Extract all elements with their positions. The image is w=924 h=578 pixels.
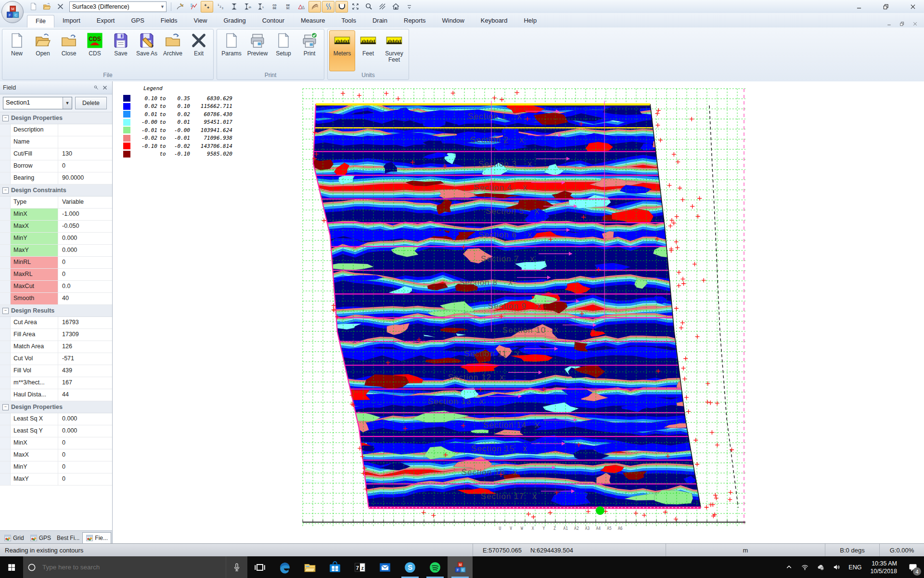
- property-value[interactable]: -1.000: [58, 209, 112, 220]
- wifi-button[interactable]: [797, 556, 813, 578]
- delete-button[interactable]: Delete: [75, 97, 107, 109]
- print-button[interactable]: Print: [296, 30, 322, 71]
- close-button[interactable]: [906, 2, 920, 12]
- clock[interactable]: 10:35 AM 10/5/2018: [865, 560, 902, 575]
- document-selector[interactable]: Surface3 (Difference)▼: [69, 1, 167, 12]
- child-minimize-button[interactable]: [885, 19, 893, 26]
- language-indicator[interactable]: ENG: [845, 564, 865, 571]
- cds-app-taskbar-button[interactable]: MFC: [448, 556, 473, 578]
- volumes-cup-button[interactable]: [335, 1, 348, 13]
- save-as-button[interactable]: Save As: [134, 30, 160, 71]
- property-value[interactable]: 0.000: [58, 425, 112, 437]
- task-view-button[interactable]: [247, 556, 272, 578]
- property-value[interactable]: [58, 136, 112, 148]
- sevenzip-taskbar-button[interactable]: 7z: [347, 556, 372, 578]
- property-value[interactable]: 0.000: [58, 413, 112, 425]
- spotify-taskbar-button[interactable]: [423, 556, 448, 578]
- contours-button[interactable]: [308, 1, 321, 13]
- toolbar-overflow-button[interactable]: [403, 1, 415, 13]
- property-section-header[interactable]: −Design Constraints: [0, 184, 112, 197]
- cds-button[interactable]: CDSCDS: [82, 30, 108, 71]
- mail-taskbar-button[interactable]: [372, 556, 398, 578]
- property-value[interactable]: 0: [58, 473, 112, 485]
- params-button[interactable]: Params: [218, 30, 244, 71]
- action-center-button[interactable]: 4: [902, 556, 924, 578]
- difference-surface-map[interactable]: Section 1XSection 2XSection 3XSection 4X…: [113, 81, 924, 543]
- start-button[interactable]: [0, 556, 23, 578]
- property-value[interactable]: Variable: [58, 197, 112, 208]
- onedrive-button[interactable]: [813, 556, 829, 578]
- section-selector[interactable]: Section1 ▼: [3, 97, 72, 109]
- property-value[interactable]: 126: [58, 341, 112, 353]
- restore-button[interactable]: [879, 2, 893, 12]
- menu-drain[interactable]: Drain: [364, 15, 396, 27]
- close-document-button[interactable]: [54, 1, 66, 13]
- home-button[interactable]: [389, 1, 402, 13]
- property-value[interactable]: -571: [58, 353, 112, 365]
- draw-line-button[interactable]: [174, 1, 186, 13]
- measure-depth-button[interactable]: dh: [241, 1, 254, 13]
- save-button[interactable]: Save: [108, 30, 134, 71]
- skype-taskbar-button[interactable]: S: [398, 556, 423, 578]
- app-logo-button[interactable]: MFC: [1, 1, 24, 23]
- property-value[interactable]: 0.000: [58, 233, 112, 244]
- point-numbers-button[interactable]: 123: [214, 1, 227, 13]
- edge-taskbar-button[interactable]: [272, 556, 297, 578]
- new-button[interactable]: [27, 1, 39, 13]
- meters-button[interactable]: Meters: [329, 30, 355, 71]
- zoom-button[interactable]: [362, 1, 375, 13]
- map-viewport[interactable]: Section 1XSection 2XSection 3XSection 4X…: [113, 81, 924, 543]
- search-input[interactable]: [41, 563, 222, 571]
- property-value[interactable]: 439: [58, 365, 112, 377]
- property-value[interactable]: 40: [58, 293, 112, 304]
- open-button[interactable]: [40, 1, 53, 13]
- property-value[interactable]: 44: [58, 389, 112, 401]
- menu-view[interactable]: View: [186, 15, 216, 27]
- microphone-button[interactable]: [226, 556, 247, 578]
- property-value[interactable]: 0: [58, 437, 112, 449]
- property-section-header[interactable]: −Design Properties: [0, 112, 112, 124]
- property-value[interactable]: 0: [58, 449, 112, 461]
- property-value[interactable]: 90.0000: [58, 172, 112, 184]
- property-section-header[interactable]: −Design Results: [0, 305, 112, 317]
- close-panel-button[interactable]: [101, 83, 109, 92]
- menu-measure[interactable]: Measure: [293, 15, 334, 27]
- tray-expand-button[interactable]: [781, 556, 797, 578]
- property-section-header[interactable]: −Design Properties: [0, 401, 112, 413]
- property-value[interactable]: 0: [58, 269, 112, 280]
- archive-button[interactable]: Archive: [160, 30, 186, 71]
- collapse-icon[interactable]: −: [2, 187, 9, 194]
- menu-window[interactable]: Window: [434, 15, 473, 27]
- descriptions-button[interactable]: DESC: [282, 1, 294, 13]
- minimize-button[interactable]: [852, 2, 866, 12]
- open-button[interactable]: Open: [30, 30, 56, 71]
- property-value[interactable]: 16793: [58, 317, 112, 328]
- child-close-button[interactable]: [911, 19, 919, 26]
- panel-tab-bestfi[interactable]: Best Fi...: [54, 533, 82, 543]
- volume-button[interactable]: [829, 556, 845, 578]
- collapse-icon[interactable]: −: [2, 404, 9, 410]
- triangulate-button[interactable]: [295, 1, 308, 13]
- property-value[interactable]: 167: [58, 377, 112, 389]
- panel-tab-gps[interactable]: GPS: [27, 533, 54, 543]
- menu-fields[interactable]: Fields: [153, 15, 186, 27]
- menu-help[interactable]: Help: [515, 15, 545, 27]
- collapse-icon[interactable]: −: [2, 115, 9, 121]
- menu-reports[interactable]: Reports: [396, 15, 434, 27]
- exit-button[interactable]: Exit: [186, 30, 212, 71]
- hatch-button[interactable]: [376, 1, 388, 13]
- taskbar-search[interactable]: [23, 556, 226, 578]
- pin-panel-button[interactable]: [92, 83, 101, 92]
- setup-button[interactable]: Setup: [270, 30, 296, 71]
- feet-button[interactable]: Feet: [355, 30, 381, 71]
- close-button[interactable]: Close: [56, 30, 82, 71]
- property-value[interactable]: 130: [58, 148, 112, 160]
- store-taskbar-button[interactable]: [322, 556, 347, 578]
- new-button[interactable]: New: [4, 30, 30, 71]
- property-value[interactable]: 0: [58, 461, 112, 473]
- menu-grading[interactable]: Grading: [215, 15, 254, 27]
- measure-haul-button[interactable]: h: [255, 1, 267, 13]
- menu-export[interactable]: Export: [89, 15, 123, 27]
- property-value[interactable]: 0.0: [58, 281, 112, 292]
- measure-height-button[interactable]: [228, 1, 240, 13]
